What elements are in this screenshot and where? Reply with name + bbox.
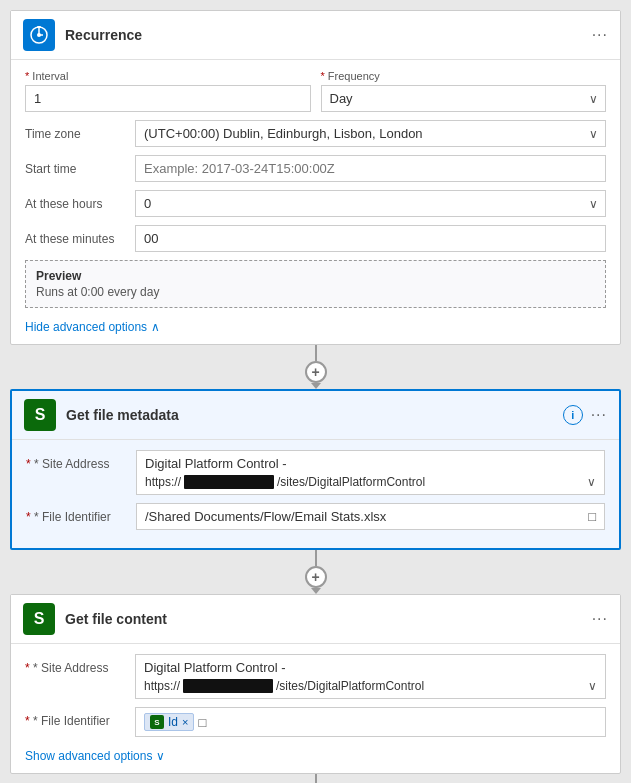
connector-plus-2[interactable]: + bbox=[305, 566, 327, 588]
timezone-label: Time zone bbox=[25, 120, 125, 141]
gfm-file-id-text: /Shared Documents/Flow/Email Stats.xlsx bbox=[145, 509, 584, 524]
get-file-metadata-body: * Site Address Digital Platform Control … bbox=[12, 440, 619, 548]
at-minutes-row: At these minutes bbox=[25, 225, 606, 252]
get-file-content-card: S Get file content ··· * Site Address Di… bbox=[10, 594, 621, 774]
gfm-site-address-label: * Site Address bbox=[26, 450, 126, 471]
bottom-line bbox=[315, 774, 317, 783]
gfm-file-id-input[interactable]: /Shared Documents/Flow/Email Stats.xlsx … bbox=[136, 503, 605, 530]
gfc-site-address-label: * Site Address bbox=[25, 654, 125, 675]
interval-group: * * IntervalInterval bbox=[25, 70, 311, 112]
at-minutes-field bbox=[135, 225, 606, 252]
recurrence-card-body: * * IntervalInterval * Frequency Day Sec… bbox=[11, 60, 620, 344]
connector-arrow-2 bbox=[311, 588, 321, 594]
start-time-field bbox=[135, 155, 606, 182]
svg-rect-4 bbox=[37, 26, 41, 28]
gfm-site-chevron-icon: ∨ bbox=[587, 475, 596, 489]
get-file-metadata-ellipsis-button[interactable]: ··· bbox=[591, 406, 607, 424]
get-file-metadata-header: S Get file metadata i ··· bbox=[12, 391, 619, 440]
timezone-row: Time zone (UTC+00:00) Dublin, Edinburgh,… bbox=[25, 120, 606, 147]
sharepoint-icon-2: S bbox=[23, 603, 55, 635]
get-file-content-body: * Site Address Digital Platform Control … bbox=[11, 644, 620, 773]
gfm-file-id-copy-icon: □ bbox=[588, 509, 596, 524]
hide-advanced-label: Hide advanced options bbox=[25, 320, 147, 334]
gfm-site-address-field: Digital Platform Control - https:// /sit… bbox=[136, 450, 605, 495]
gfc-site-address-top-text: Digital Platform Control - bbox=[136, 655, 605, 677]
hide-advanced-chevron-icon: ∧ bbox=[151, 320, 160, 334]
recurrence-ellipsis-button[interactable]: ··· bbox=[592, 26, 608, 44]
at-hours-select-wrapper: 0 ∨ bbox=[135, 190, 606, 217]
gfc-file-id-field: S Id × □ bbox=[135, 707, 606, 737]
show-advanced-link[interactable]: Show advanced options ∨ bbox=[25, 749, 165, 763]
gfm-file-id-field: /Shared Documents/Flow/Email Stats.xlsx … bbox=[136, 503, 605, 530]
preview-text: Runs at 0:00 every day bbox=[36, 285, 595, 299]
connector-line-2 bbox=[315, 550, 317, 566]
show-advanced-chevron-icon: ∨ bbox=[156, 749, 165, 763]
recurrence-title: Recurrence bbox=[65, 27, 582, 43]
frequency-label: * Frequency bbox=[321, 70, 607, 82]
gfm-file-id-label: * File Identifier bbox=[26, 503, 126, 524]
gfc-site-address-field: Digital Platform Control - https:// /sit… bbox=[135, 654, 606, 699]
gfc-site-address-bottom: https:// /sites/DigitalPlatformControl ∨ bbox=[136, 677, 605, 698]
recurrence-header-actions: ··· bbox=[592, 26, 608, 44]
preview-box: Preview Runs at 0:00 every day bbox=[25, 260, 606, 308]
frequency-select[interactable]: Day Second Minute Hour Week Month bbox=[321, 85, 607, 112]
gfc-redacted-box bbox=[183, 679, 273, 693]
interval-label: * * IntervalInterval bbox=[25, 70, 311, 82]
gfc-file-id-label: * File Identifier bbox=[25, 707, 125, 728]
get-file-content-header: S Get file content ··· bbox=[11, 595, 620, 644]
gfc-token-label: Id bbox=[168, 715, 178, 729]
gfm-site-address-row: * Site Address Digital Platform Control … bbox=[26, 450, 605, 495]
at-hours-row: At these hours 0 ∨ bbox=[25, 190, 606, 217]
at-hours-field: 0 ∨ bbox=[135, 190, 606, 217]
timezone-select-wrapper: (UTC+00:00) Dublin, Edinburgh, Lisbon, L… bbox=[135, 120, 606, 147]
gfc-file-id-copy-icon: □ bbox=[198, 715, 206, 730]
start-time-input[interactable] bbox=[135, 155, 606, 182]
gfm-site-address-top-text: Digital Platform Control - bbox=[137, 451, 604, 473]
frequency-select-wrapper: Day Second Minute Hour Week Month ∨ bbox=[321, 85, 607, 112]
hide-advanced-link[interactable]: Hide advanced options ∧ bbox=[25, 320, 160, 334]
gfc-token-chip: S Id × bbox=[144, 713, 194, 731]
gfc-token-close[interactable]: × bbox=[182, 716, 188, 728]
preview-title: Preview bbox=[36, 269, 595, 283]
connector-arrow-1 bbox=[311, 383, 321, 389]
frequency-group: * Frequency Day Second Minute Hour Week … bbox=[321, 70, 607, 112]
gfm-site-address-dropdown[interactable]: Digital Platform Control - https:// /sit… bbox=[136, 450, 605, 495]
gfm-site-address-bottom: https:// /sites/DigitalPlatformControl ∨ bbox=[137, 473, 604, 494]
gfc-site-chevron-icon: ∨ bbox=[588, 679, 597, 693]
gfc-site-address-row: * Site Address Digital Platform Control … bbox=[25, 654, 606, 699]
bottom-connector bbox=[10, 774, 621, 783]
get-file-metadata-info-button[interactable]: i bbox=[563, 405, 583, 425]
get-file-content-title: Get file content bbox=[65, 611, 582, 627]
at-minutes-label: At these minutes bbox=[25, 225, 125, 246]
interval-input[interactable] bbox=[25, 85, 311, 112]
gfc-file-id-row: * File Identifier S Id × □ bbox=[25, 707, 606, 737]
gfc-token-icon: S bbox=[150, 715, 164, 729]
recurrence-card: Recurrence ··· * * IntervalInterval * Fr… bbox=[10, 10, 621, 345]
gfc-site-address-dropdown[interactable]: Digital Platform Control - https:// /sit… bbox=[135, 654, 606, 699]
recurrence-icon bbox=[23, 19, 55, 51]
timezone-field: (UTC+00:00) Dublin, Edinburgh, Lisbon, L… bbox=[135, 120, 606, 147]
gfc-file-id-input[interactable]: S Id × □ bbox=[135, 707, 606, 737]
at-hours-label: At these hours bbox=[25, 190, 125, 211]
get-file-metadata-title: Get file metadata bbox=[66, 407, 553, 423]
interval-frequency-row: * * IntervalInterval * Frequency Day Sec… bbox=[25, 70, 606, 112]
get-file-content-actions: ··· bbox=[592, 610, 608, 628]
start-time-row: Start time bbox=[25, 155, 606, 182]
gfm-redacted-box bbox=[184, 475, 274, 489]
get-file-content-ellipsis-button[interactable]: ··· bbox=[592, 610, 608, 628]
connector-2: + bbox=[10, 550, 621, 594]
show-advanced-label: Show advanced options bbox=[25, 749, 152, 763]
connector-plus-1[interactable]: + bbox=[305, 361, 327, 383]
sharepoint-icon-1: S bbox=[24, 399, 56, 431]
get-file-metadata-actions: i ··· bbox=[563, 405, 607, 425]
start-time-label: Start time bbox=[25, 155, 125, 176]
at-minutes-input[interactable] bbox=[135, 225, 606, 252]
get-file-metadata-card: S Get file metadata i ··· * Site Address… bbox=[10, 389, 621, 550]
connector-line-1 bbox=[315, 345, 317, 361]
timezone-select[interactable]: (UTC+00:00) Dublin, Edinburgh, Lisbon, L… bbox=[135, 120, 606, 147]
gfm-site-address-url: https:// /sites/DigitalPlatformControl bbox=[145, 475, 583, 489]
at-hours-select[interactable]: 0 bbox=[135, 190, 606, 217]
gfc-site-address-url: https:// /sites/DigitalPlatformControl bbox=[144, 679, 584, 693]
recurrence-card-header: Recurrence ··· bbox=[11, 11, 620, 60]
gfm-file-id-row: * File Identifier /Shared Documents/Flow… bbox=[26, 503, 605, 530]
